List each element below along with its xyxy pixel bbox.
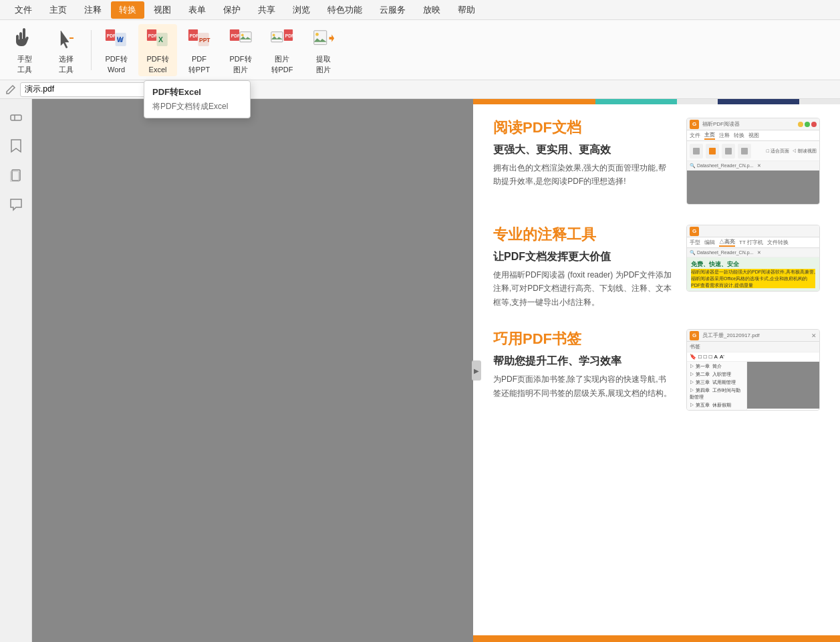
hand-tool-button[interactable]: 手型 工具 xyxy=(5,24,44,76)
dropdown-tooltip: PDF转Excel 将PDF文档转成Excel xyxy=(144,80,251,118)
svg-rect-0 xyxy=(69,37,74,39)
sidebar-pages-icon[interactable] xyxy=(4,163,28,187)
menu-convert[interactable]: 转换 xyxy=(111,1,144,19)
image-to-pdf-icon: PDF xyxy=(270,27,294,54)
section-annotation-text: 专业的注释工具 让PDF文档发挥更大价值 使用福昕PDF阅读器 (foxit r… xyxy=(493,225,673,309)
dropdown-title: PDF转Excel xyxy=(144,81,250,101)
menu-cloud[interactable]: 云服务 xyxy=(372,1,414,19)
svg-text:PDF: PDF xyxy=(148,34,157,39)
section-annotation-subtitle: 让PDF文档发挥更大价值 xyxy=(493,250,673,264)
collapse-arrow-icon: ▶ xyxy=(474,367,479,374)
pdf-to-image-button[interactable]: PDF PDF转 图片 xyxy=(221,24,260,76)
mini-app-1-content xyxy=(687,171,819,204)
hand-icon xyxy=(13,27,37,54)
sidebar-bookmark-icon[interactable] xyxy=(4,134,28,158)
image-to-pdf-label1: 图片 xyxy=(275,55,289,64)
mini-app-2-logo: G xyxy=(690,227,699,236)
menu-home[interactable]: 主页 xyxy=(41,1,75,19)
pdf-to-image-label2: 图片 xyxy=(233,66,248,74)
mini-app-1: G 福昕PDF阅读器 文件 主页 注释 转换 xyxy=(686,118,820,205)
svg-rect-18 xyxy=(271,32,283,42)
bottom-orange-strip xyxy=(473,635,840,642)
pdf-to-excel-label2: Excel xyxy=(149,66,167,74)
image-to-pdf-label2: 转PDF xyxy=(271,66,293,74)
pdf-content: 阅读PDF文档 更强大、更实用、更高效 拥有出色的文档渲染效果,强大的页面管理功… xyxy=(473,104,840,642)
svg-text:PPT: PPT xyxy=(199,37,211,43)
color-bar-navy xyxy=(718,99,799,104)
sidebar-eraser-icon[interactable] xyxy=(4,104,28,128)
menu-file[interactable]: 文件 xyxy=(7,1,40,19)
pdf-to-image-label1: PDF转 xyxy=(230,55,252,64)
collapse-button[interactable]: ▶ xyxy=(472,360,481,381)
section-bookmark-body: 为PDF页面添加书签,除了实现内容的快速导航,书签还能指明不同书签的层级关系,展… xyxy=(493,372,673,400)
svg-text:PDF: PDF xyxy=(285,34,294,39)
pdf-to-word-button[interactable]: PDF W W PDF转 Word xyxy=(97,24,136,76)
hand-tool-label1: 手型 xyxy=(17,55,32,64)
pdf-to-ppt-button[interactable]: PDF PPT PDF 转PPT xyxy=(180,24,219,76)
dropdown-desc: 将PDF文档转成Excel xyxy=(144,101,250,118)
mini-app-2: G 手型 编辑 △高亮 TT 打字机 文件转换 🔍 Datasheet_Read… xyxy=(686,225,820,292)
mini-app-3-preview xyxy=(747,362,819,409)
address-pencil-icon xyxy=(5,84,16,95)
mini-app-1-addr: 🔍 Datasheet_Reader_CN.p... ✕ xyxy=(687,161,819,171)
menu-slideshow[interactable]: 放映 xyxy=(415,1,448,19)
color-bar-teal xyxy=(595,99,677,104)
mini-app-2-addr: 🔍 Datasheet_Reader_CN.p... ✕ xyxy=(687,248,819,257)
menu-protect[interactable]: 保护 xyxy=(215,1,249,19)
mini-app-3-header: G 员工手册_20120917.pdf ✕ xyxy=(687,330,819,342)
section-read-img: G 福昕PDF阅读器 文件 主页 注释 转换 xyxy=(686,118,820,205)
pdf-section-annotation: 专业的注释工具 让PDF文档发挥更大价值 使用福昕PDF阅读器 (foxit r… xyxy=(493,225,820,309)
pdf-to-word-label2: Word xyxy=(108,66,125,74)
menu-form[interactable]: 表单 xyxy=(180,1,214,19)
mini-app-2-tabbar: 手型 编辑 △高亮 TT 打字机 文件转换 xyxy=(687,237,819,248)
extract-image-label1: 提取 xyxy=(316,55,331,64)
pdf-section-read: 阅读PDF文档 更强大、更实用、更高效 拥有出色的文档渲染效果,强大的页面管理功… xyxy=(493,118,820,205)
mini-app-1-header: G 福昕PDF阅读器 xyxy=(687,118,819,130)
menu-features[interactable]: 特色功能 xyxy=(319,1,370,19)
svg-rect-16 xyxy=(240,32,251,42)
svg-text:PDF: PDF xyxy=(231,34,240,39)
mini-app-3-content: ▷ 第一章 简介 ▷ 第二章 入职管理 ▷ 第三章 试用期管理 ▷ 第四章 工作… xyxy=(687,362,819,410)
pdf-to-excel-icon: PDF X xyxy=(146,27,170,54)
extract-image-icon xyxy=(311,27,335,54)
svg-text:W: W xyxy=(117,36,124,43)
section-bookmark-text: 巧用PDF书签 帮助您提升工作、学习效率 为PDF页面添加书签,除了实现内容的快… xyxy=(493,329,673,411)
image-to-pdf-button[interactable]: PDF 图片 转PDF xyxy=(263,24,301,76)
menu-view[interactable]: 视图 xyxy=(146,1,179,19)
main-content: ▶ 阅读PDF文档 更强大、更实用、更高效 拥有出色的文档渲染效果,强大的页面管… xyxy=(32,99,840,642)
color-bar-light2 xyxy=(799,99,840,104)
left-sidebar xyxy=(0,99,32,642)
extract-image-button[interactable]: 提取 图片 xyxy=(304,24,343,76)
address-bar xyxy=(0,80,840,99)
select-tool-button[interactable]: 选择 工具 xyxy=(47,24,86,76)
mini-app-3-tree: ▷ 第一章 简介 ▷ 第二章 入职管理 ▷ 第三章 试用期管理 ▷ 第四章 工作… xyxy=(687,362,747,410)
toolbar-separator-1 xyxy=(91,30,92,70)
section-read-subtitle: 更强大、更实用、更高效 xyxy=(493,143,673,157)
sidebar-comment-icon[interactable] xyxy=(4,193,28,217)
menu-share[interactable]: 共享 xyxy=(250,1,283,19)
color-bar-orange xyxy=(473,99,595,104)
section-bookmark-img: G 员工手册_20120917.pdf ✕ 书签 🔖□□□AA' ▷ 第一章 简… xyxy=(686,329,820,411)
mini-app-1-tabbar: 文件 主页 注释 转换 视图 xyxy=(687,130,819,141)
svg-point-17 xyxy=(241,34,244,37)
section-annotation-body: 使用福昕PDF阅读器 (foxit reader) 为PDF文件添加注释,可对P… xyxy=(493,268,673,309)
svg-rect-24 xyxy=(11,115,21,120)
color-bar xyxy=(473,99,840,104)
section-annotation-title: 专业的注释工具 xyxy=(493,225,673,245)
color-bar-light xyxy=(677,99,718,104)
section-bookmark-title: 巧用PDF书签 xyxy=(493,329,673,349)
hand-tool-label2: 工具 xyxy=(17,66,32,74)
mini-app-1-logo: G xyxy=(690,120,699,129)
svg-text:PDF: PDF xyxy=(190,34,198,39)
section-annotation-img: G 手型 编辑 △高亮 TT 打字机 文件转换 🔍 Datasheet_Read… xyxy=(686,225,820,309)
svg-text:PDF: PDF xyxy=(107,34,116,39)
select-icon xyxy=(54,27,78,54)
svg-text:X: X xyxy=(158,36,163,43)
pdf-to-word-icon: PDF W W xyxy=(104,27,128,54)
menu-browse[interactable]: 浏览 xyxy=(285,1,318,19)
pdf-to-excel-button[interactable]: PDF X PDF转 Excel xyxy=(138,24,177,76)
svg-point-19 xyxy=(273,34,275,37)
menu-help[interactable]: 帮助 xyxy=(450,1,483,19)
menu-annotation[interactable]: 注释 xyxy=(76,1,110,19)
section-read-body: 拥有出色的文档渲染效果,强大的页面管理功能,帮助提升效率,是您阅读PDF的理想选… xyxy=(493,161,673,189)
